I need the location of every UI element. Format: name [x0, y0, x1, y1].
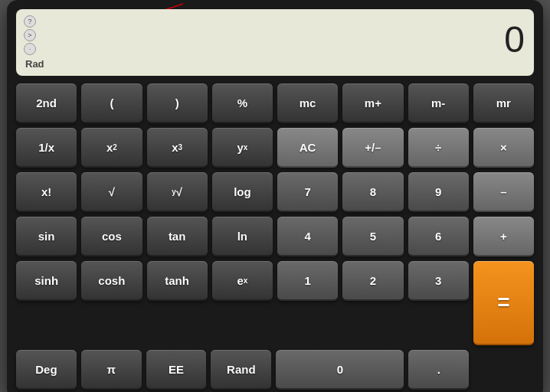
display-mode: Rad	[25, 58, 525, 70]
control-help[interactable]: ?	[24, 15, 36, 28]
tanh-button[interactable]: tanh	[147, 261, 208, 301]
buttons-grid: 2nd ( ) % mc m+ m- mr 1/x x2 x3 yx AC +/…	[16, 83, 534, 390]
seven-button[interactable]: 7	[277, 172, 338, 212]
eight-button[interactable]: 8	[342, 172, 403, 212]
nth-root-button[interactable]: y√	[147, 172, 208, 212]
square-button[interactable]: x2	[81, 128, 142, 168]
button-row-3: x! √ y√ log 7 8 9 –	[16, 172, 534, 212]
control-expand[interactable]: >	[24, 29, 36, 41]
button-row-2: 1/x x2 x3 yx AC +/– ÷ ×	[16, 128, 534, 168]
calculator: ? > · 0 Rad 2nd ( ) % mc m+ m- mr 1/x x2…	[7, 0, 543, 392]
factorial-button[interactable]: x!	[16, 172, 77, 212]
deg-button[interactable]: Deg	[16, 350, 77, 390]
close-paren-button[interactable]: )	[147, 83, 208, 123]
memory-subtract-button[interactable]: m-	[408, 83, 469, 123]
tan-button[interactable]: tan	[147, 217, 208, 256]
percent-button[interactable]: %	[212, 83, 273, 123]
button-row-1: 2nd ( ) % mc m+ m- mr	[16, 83, 534, 123]
decimal-button[interactable]: .	[408, 350, 469, 390]
six-button[interactable]: 6	[408, 217, 469, 256]
display-value: 0	[25, 15, 525, 58]
ee-button[interactable]: EE	[146, 350, 207, 390]
one-button[interactable]: 1	[277, 261, 338, 301]
three-button[interactable]: 3	[408, 261, 469, 301]
open-paren-button[interactable]: (	[81, 83, 142, 123]
cos-button[interactable]: cos	[81, 217, 142, 256]
divide-button[interactable]: ÷	[408, 128, 469, 168]
subtract-button[interactable]: –	[473, 172, 534, 212]
nine-button[interactable]: 9	[408, 172, 469, 212]
memory-recall-button[interactable]: mr	[473, 83, 534, 123]
ln-button[interactable]: ln	[212, 217, 273, 256]
button-row-5: sinh cosh tanh ex 1 2 3 =	[16, 261, 534, 345]
pi-button[interactable]: π	[81, 350, 142, 390]
sinh-button[interactable]: sinh	[16, 261, 77, 301]
exp-button[interactable]: ex	[212, 261, 273, 301]
two-button[interactable]: 2	[342, 261, 403, 301]
equals-spacer	[473, 350, 534, 390]
five-button[interactable]: 5	[342, 217, 403, 256]
multiply-button[interactable]: ×	[473, 128, 534, 168]
cosh-button[interactable]: cosh	[81, 261, 142, 301]
second-button[interactable]: 2nd	[16, 83, 77, 123]
sqrt-button[interactable]: √	[81, 172, 142, 212]
all-clear-button[interactable]: AC	[277, 128, 338, 168]
display-controls: ? > ·	[24, 15, 36, 55]
log-button[interactable]: log	[212, 172, 273, 212]
negate-button[interactable]: +/–	[342, 128, 403, 168]
memory-add-button[interactable]: m+	[342, 83, 403, 123]
reciprocal-button[interactable]: 1/x	[16, 128, 77, 168]
add-button[interactable]: +	[473, 217, 534, 256]
rand-button[interactable]: Rand	[211, 350, 271, 390]
control-options[interactable]: ·	[24, 43, 36, 55]
cube-button[interactable]: x3	[147, 128, 208, 168]
equals-button[interactable]: =	[473, 261, 534, 345]
power-button[interactable]: yx	[212, 128, 273, 168]
sin-button[interactable]: sin	[16, 217, 77, 256]
button-row-4: sin cos tan ln 4 5 6 +	[16, 217, 534, 256]
memory-clear-button[interactable]: mc	[277, 83, 338, 123]
zero-button[interactable]: 0	[276, 350, 404, 390]
button-row-6: Deg π EE Rand 0 .	[16, 350, 534, 390]
four-button[interactable]: 4	[277, 217, 338, 256]
display-section: ? > · 0 Rad	[16, 9, 534, 76]
